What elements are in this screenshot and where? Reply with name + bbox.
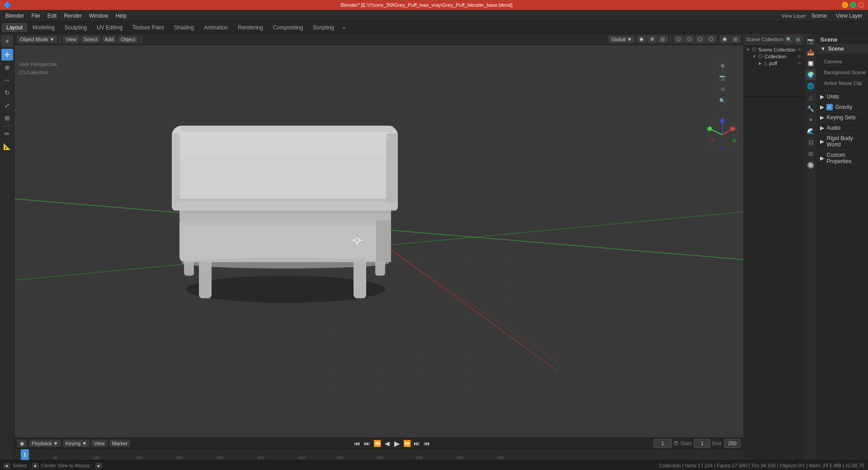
- tool-cursor[interactable]: ⊕: [1, 61, 13, 73]
- tab-sculpting[interactable]: Sculpting: [60, 23, 91, 32]
- tab-uv-editing[interactable]: UV Editing: [92, 23, 127, 32]
- menu-edit[interactable]: Edit: [44, 11, 61, 20]
- tab-compositing[interactable]: Compositing: [269, 23, 308, 32]
- current-frame-input[interactable]: 1: [654, 439, 672, 448]
- viewport-material[interactable]: ⬡: [695, 35, 705, 43]
- overlay-btn[interactable]: ◉: [720, 35, 730, 43]
- viewport-wire[interactable]: ⬡: [684, 35, 694, 43]
- btn-play[interactable]: ▶: [392, 439, 401, 448]
- tab-animation[interactable]: Animation: [199, 23, 232, 32]
- tool-transform[interactable]: ⊞: [1, 112, 13, 124]
- properties-main: Scene ▼ Scene Camera 📷: [816, 33, 868, 460]
- scene-section-header[interactable]: ▼ Scene: [816, 44, 868, 54]
- prop-tab-material[interactable]: 🔘: [805, 160, 816, 170]
- marker-menu[interactable]: Marker: [109, 440, 130, 447]
- snap-btn[interactable]: ⊕: [647, 35, 657, 43]
- tab-rendering[interactable]: Rendering: [233, 23, 267, 32]
- prop-tab-modifiers[interactable]: 🔧: [805, 103, 816, 114]
- prop-tab-object[interactable]: △: [805, 92, 816, 103]
- viewport-icon-cursor[interactable]: ⊙: [717, 84, 727, 94]
- gravity-section[interactable]: ▶ ✓ Gravity: [816, 102, 868, 112]
- viewport-icon-camera[interactable]: 📷: [717, 72, 727, 82]
- gravity-checkbox[interactable]: ✓: [826, 104, 833, 110]
- view-menu-timeline[interactable]: View: [91, 440, 108, 447]
- menu-render[interactable]: Render: [60, 11, 85, 20]
- prop-tab-data[interactable]: ⊞: [805, 148, 816, 159]
- custom-props-section[interactable]: ▶ Custom Properties: [816, 150, 868, 166]
- audio-section[interactable]: ▶ Audio: [816, 122, 868, 133]
- outliner-filter-btn[interactable]: 🔍: [785, 35, 793, 43]
- scene-selector[interactable]: Scene: [808, 11, 830, 20]
- prop-tab-output[interactable]: 📤: [805, 47, 816, 57]
- prop-tab-world[interactable]: 🌐: [805, 80, 816, 91]
- tab-shading[interactable]: Shading: [170, 23, 198, 32]
- end-frame-input[interactable]: 250: [724, 439, 741, 448]
- menu-file[interactable]: File: [28, 11, 43, 20]
- viewport-render[interactable]: ⬡: [706, 35, 716, 43]
- menu-blender[interactable]: Blender: [2, 11, 28, 20]
- keying-menu[interactable]: Keying ▼: [63, 440, 90, 447]
- tool-annotate[interactable]: ✏: [1, 128, 13, 140]
- outliner-sort-btn[interactable]: ⊞: [794, 35, 802, 43]
- rigid-body-section[interactable]: ▶ Rigid Body World: [816, 133, 868, 150]
- btn-jump-end[interactable]: ⏮: [422, 439, 431, 448]
- btn-prev-frame[interactable]: ⏪: [373, 439, 382, 448]
- tool-rotate[interactable]: ↻: [1, 87, 13, 99]
- viewport-solid[interactable]: ⬡: [674, 35, 684, 43]
- maximize-button[interactable]: □: [850, 2, 856, 8]
- tab-layout[interactable]: Layout: [2, 23, 27, 32]
- svg-rect-32: [376, 217, 391, 262]
- view-menu[interactable]: View: [63, 36, 79, 43]
- tool-select[interactable]: ✛: [1, 49, 13, 61]
- btn-play-reverse[interactable]: ◀: [382, 439, 392, 448]
- tab-modeling[interactable]: Modeling: [28, 23, 59, 32]
- outliner-collection[interactable]: ▼ ⬡ Collection 👁: [750, 53, 804, 60]
- view-layer-selector[interactable]: View Layer: [832, 11, 866, 20]
- tick-200: 200: [176, 456, 183, 460]
- tab-texture-paint[interactable]: Texture Paint: [128, 23, 169, 32]
- nav-gizmo[interactable]: X Y Z: [704, 117, 741, 154]
- menu-help[interactable]: Help: [112, 11, 130, 20]
- minimize-button[interactable]: −: [842, 2, 848, 8]
- btn-jump-start[interactable]: ⏮: [353, 439, 362, 448]
- prop-tab-physics[interactable]: 🌊: [805, 126, 816, 136]
- select-menu[interactable]: Select: [81, 36, 100, 43]
- xray-btn[interactable]: ◎: [731, 35, 741, 43]
- timeline-scrub[interactable]: 1 1 50 100 150 200 250 300 350 400 450 5…: [14, 449, 743, 460]
- prop-tab-scene[interactable]: 🌍: [805, 69, 816, 80]
- prop-tab-constraints[interactable]: ⛓: [805, 137, 816, 148]
- tool-measure[interactable]: 📐: [1, 141, 13, 152]
- prop-tab-particles[interactable]: ✦: [805, 114, 816, 125]
- proportional-btn[interactable]: ◎: [658, 35, 668, 43]
- prop-tab-render[interactable]: 📷: [805, 35, 816, 46]
- keying-sets-section[interactable]: ▶ Keying Sets: [816, 112, 868, 122]
- viewport-3d[interactable]: Object Mode ▼ View Select Add Object Glo…: [14, 33, 743, 437]
- svg-point-59: [721, 146, 724, 150]
- outliner-title: Scene Collection: [746, 37, 783, 42]
- add-workspace-button[interactable]: +: [340, 23, 349, 32]
- object-menu[interactable]: Object: [118, 36, 138, 43]
- btn-prev-keyframe[interactable]: ⏭: [363, 439, 372, 448]
- outliner-scene-collection[interactable]: ▼ ⬡ Scene Collection 👁: [744, 46, 804, 53]
- close-button[interactable]: ✕: [858, 2, 864, 8]
- object-mode-button[interactable]: Object Mode ▼: [17, 36, 57, 43]
- prop-tab-view-layer[interactable]: 🔲: [805, 58, 816, 69]
- keying-sets-label: Keying Sets: [826, 114, 855, 121]
- btn-next-frame[interactable]: ⏩: [402, 439, 411, 448]
- btn-next-keyframe[interactable]: ⏭: [412, 439, 421, 448]
- menu-window[interactable]: Window: [85, 11, 112, 20]
- playback-menu[interactable]: Playback ▼: [29, 440, 61, 447]
- tool-move[interactable]: ↔: [1, 74, 13, 86]
- timeline-mode-btn[interactable]: ◉: [17, 440, 27, 447]
- add-menu[interactable]: Add: [102, 36, 117, 43]
- units-section[interactable]: ▶ Units: [816, 91, 868, 102]
- viewport-icon-search[interactable]: 🔍: [717, 96, 727, 106]
- tab-scripting[interactable]: Scripting: [308, 23, 339, 32]
- tool-scale[interactable]: ⤢: [1, 99, 13, 111]
- viewport-canvas[interactable]: User Perspective (1) Collection ⊕ 📷 ⊙ 🔍: [14, 45, 743, 437]
- viewport-icon-origin[interactable]: ⊕: [717, 61, 727, 70]
- global-transform[interactable]: Global ▼: [609, 36, 635, 43]
- start-frame-input[interactable]: 1: [694, 439, 710, 448]
- pivot-btn[interactable]: ◉: [637, 35, 646, 43]
- outliner-puff[interactable]: ▶ △ puff 👁: [757, 60, 804, 66]
